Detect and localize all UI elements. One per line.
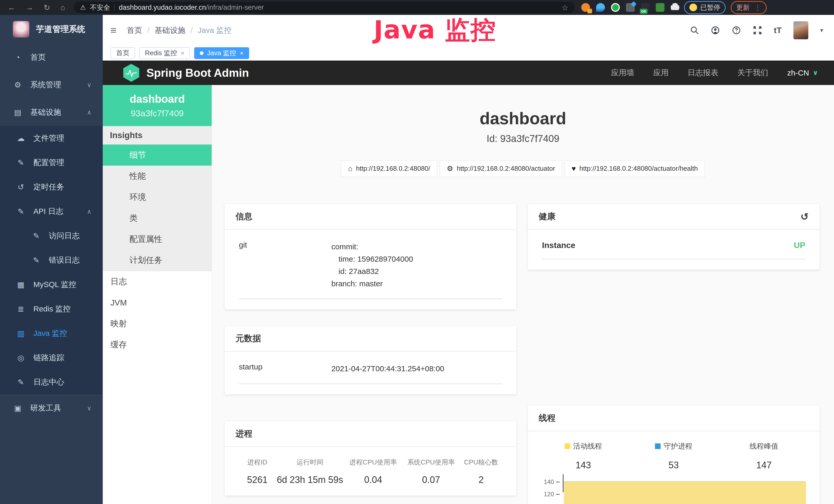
app-title: 芋道管理系统 [36, 24, 85, 35]
sidebar-item-access-log[interactable]: ✎ 访问日志 [0, 224, 103, 248]
github-icon[interactable] [711, 26, 720, 35]
sidebar-item-redis-monitor[interactable]: ≣ Redis 监控 [0, 297, 103, 321]
sidebar-item-file-manage[interactable]: ☁ 文件管理 [0, 126, 103, 151]
sba-nav-journal[interactable]: 日志报表 [687, 68, 719, 78]
history-icon[interactable]: ↺ [800, 211, 809, 222]
legend-label: 守护进程 [664, 441, 693, 451]
bookmark-star-icon[interactable]: ☆ [562, 3, 568, 12]
metadata-startup-value: 2021-04-27T00:44:31.254+08:00 [331, 363, 444, 375]
sba-item-environment[interactable]: 环境 [103, 187, 212, 208]
extension-icon-grid[interactable] [626, 3, 635, 12]
tab-java-monitor[interactable]: Java 监控 × [194, 47, 249, 59]
reload-icon[interactable]: ↻ [44, 3, 50, 12]
cards-grid: 信息 git commit: time: 1596289704000 id: 2… [212, 204, 834, 504]
sidebar-item-api-log[interactable]: ✎ API 日志 ∧ [0, 199, 103, 224]
sidebar-item-label: 基础设施 [30, 107, 61, 118]
legend-live-threads: 活动线程 [538, 441, 629, 451]
process-card-title: 进程 [225, 421, 516, 447]
back-icon[interactable]: ← [8, 3, 16, 12]
sidebar-item-home[interactable]: ◔ 首页 [0, 44, 103, 71]
extension-icon-pin[interactable] [596, 3, 605, 12]
health-instance-label[interactable]: Instance [542, 240, 575, 250]
service-url: http://192.168.0.2:48080/ [356, 165, 430, 173]
tab-home[interactable]: 首页 [110, 47, 135, 59]
toolbox-icon: ▣ [13, 404, 23, 413]
instance-header[interactable]: dashboard 93a3fc7f7409 [103, 85, 212, 126]
not-secure-label[interactable]: 不安全 [90, 3, 110, 12]
fullscreen-icon[interactable] [753, 26, 762, 35]
sidebar-item-label: 文件管理 [34, 133, 64, 143]
forward-icon[interactable]: → [26, 3, 34, 12]
sidebar-item-config-manage[interactable]: ✎ 配置管理 [0, 151, 103, 175]
health-url-link[interactable]: ♥ http://192.168.0.2:48080/actuator/heal… [565, 160, 705, 177]
sba-brand-title[interactable]: Spring Boot Admin [147, 67, 249, 79]
sba-item-details[interactable]: 细节 [103, 144, 212, 166]
peak-threads-value: 147 [719, 460, 809, 471]
java-monitor-icon: ▥ [16, 329, 26, 338]
service-url-link[interactable]: ⌂ http://192.168.0.2:48080/ [341, 160, 437, 177]
sba-item-configprops[interactable]: 配置属性 [103, 229, 212, 250]
sidebar-item-java-monitor[interactable]: ▥ Java 监控 [0, 321, 103, 346]
metadata-card: 元数据 startup 2021-04-27T00:44:31.254+08:0… [225, 326, 516, 394]
sba-nav-wallboard[interactable]: 应用墙 [611, 68, 634, 78]
database-monitor-icon: ▦ [16, 280, 26, 289]
extension-icon-green-y[interactable] [611, 3, 620, 12]
avatar-caret-icon[interactable]: ▾ [820, 27, 823, 34]
health-card: 健康 ↺ Instance UP [528, 204, 819, 270]
sidebar-item-system[interactable]: ⚙ 系统管理 ∨ [0, 71, 103, 98]
sidebar-item-error-log[interactable]: ✎ 错误日志 [0, 248, 103, 272]
sidebar-item-infra[interactable]: ▤ 基础设施 ∧ [0, 98, 103, 126]
legend-label: 线程峰值 [749, 441, 778, 451]
app-logo[interactable]: 芋道管理系统 [0, 15, 103, 44]
sidebar-item-log-center[interactable]: ✎ 日志中心 [0, 370, 103, 394]
omnibox-divider [114, 4, 115, 11]
extensions-puzzle-icon[interactable] [671, 3, 679, 12]
page-url[interactable]: dashboard.yudao.iocoder.cn/infra/admin-s… [119, 4, 264, 12]
sba-item-classes[interactable]: 类 [103, 208, 212, 229]
y-tick-120: 120 [538, 491, 560, 498]
sidebar-fold-icon[interactable]: ≡ [110, 25, 116, 36]
sidebar-item-devtools[interactable]: ▣ 研发工具 ∨ [0, 394, 103, 422]
log-icon: ✎ [16, 207, 26, 216]
threads-card-body: 活动线程 守护进程 线程峰值 [528, 431, 819, 504]
extension-icon-camera[interactable] [656, 3, 664, 12]
actuator-url-link[interactable]: ⚙ http://192.168.0.2:48080/actuator [440, 160, 562, 177]
sidebar-item-scheduled-job[interactable]: ↺ 定时任务 [0, 175, 103, 199]
paused-extension-badge[interactable]: 已暂停 [684, 1, 726, 14]
y-tick-100: 100 [538, 503, 560, 504]
sba-nav-applications[interactable]: 应用 [653, 68, 668, 78]
help-icon[interactable] [732, 26, 741, 35]
extension-icon-switch[interactable]: on [641, 3, 650, 12]
language-selector[interactable]: zh-CN ∨ [787, 69, 818, 77]
user-avatar[interactable] [793, 21, 808, 39]
sba-item-mappings[interactable]: 映射 [103, 313, 212, 334]
close-icon[interactable]: × [181, 49, 184, 57]
sba-item-loggers[interactable]: 日志 [103, 271, 212, 292]
sba-item-scheduledtasks[interactable]: 计划任务 [103, 250, 212, 271]
not-secure-warning-icon[interactable]: ⚠ [80, 4, 86, 12]
instance-details: dashboard Id: 93a3fc7f7409 ⌂ http://192.… [212, 85, 834, 504]
metadata-card-body: startup 2021-04-27T00:44:31.254+08:00 [225, 352, 516, 394]
sidebar-item-label: 系统管理 [30, 79, 61, 90]
sba-item-metrics[interactable]: 性能 [103, 166, 212, 187]
breadcrumb-home[interactable]: 首页 [127, 25, 142, 36]
chrome-update-button[interactable]: 更新 ⋮ [731, 1, 767, 14]
git-id-line: id: 27aa832 [331, 265, 413, 278]
sba-item-caches[interactable]: 缓存 [103, 334, 212, 356]
sidebar-item-tracing[interactable]: ◎ 链路追踪 [0, 346, 103, 370]
sba-item-jvm[interactable]: JVM [103, 292, 212, 313]
spring-boot-admin-logo[interactable] [123, 64, 139, 82]
breadcrumb-infra[interactable]: 基础设施 [155, 25, 185, 36]
sidebar-item-label: API 日志 [34, 206, 63, 217]
sba-nav: 应用墙 应用 日志报表 关于我们 zh-CN ∨ [611, 68, 818, 78]
sidebar-item-mysql-monitor[interactable]: ▦ MySQL 监控 [0, 272, 103, 297]
extension-icon-orange[interactable] [581, 3, 590, 12]
sba-nav-about[interactable]: 关于我们 [738, 68, 768, 78]
search-icon[interactable] [690, 26, 699, 35]
home-icon[interactable]: ⌂ [60, 3, 65, 12]
browser-menu-icon[interactable]: ⋮ [754, 3, 761, 12]
address-bar[interactable]: ⚠ 不安全 dashboard.yudao.iocoder.cn/infra/a… [74, 2, 575, 13]
close-icon[interactable]: × [240, 49, 243, 57]
text-size-icon[interactable]: tT [774, 26, 782, 35]
tab-redis-monitor[interactable]: Redis 监控 × [139, 47, 190, 59]
